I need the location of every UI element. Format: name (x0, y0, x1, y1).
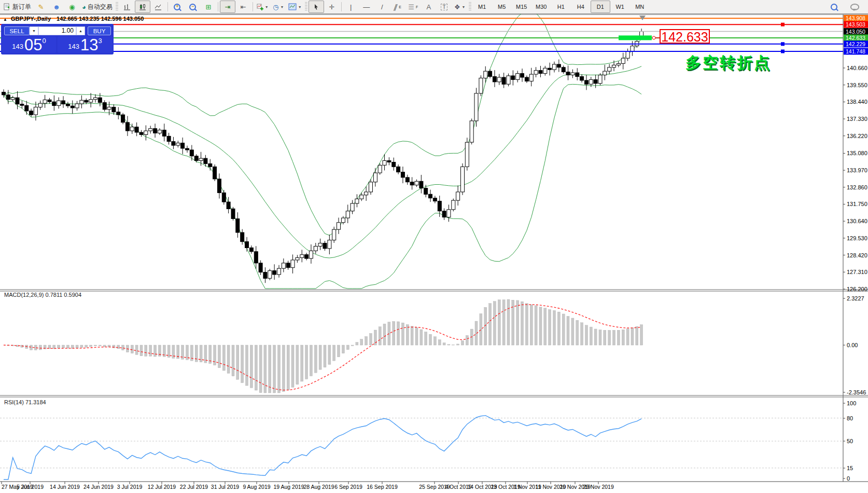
trendline-button[interactable]: / (374, 1, 390, 13)
fibonacci-button[interactable]: ☰F (405, 1, 421, 13)
chart-canvas[interactable]: 140.660139.550138.440137.330136.220135.0… (0, 0, 868, 493)
buy-price[interactable]: 143 13 3 (58, 36, 113, 53)
periods-button[interactable]: ◷ ▼ (271, 1, 286, 13)
chevron-down-icon: ▼ (462, 5, 466, 9)
crayon-icon: ✎ (38, 4, 44, 10)
tab-timeframe-D1[interactable]: D1 (591, 1, 610, 13)
svg-text:19 Aug 2019: 19 Aug 2019 (274, 484, 304, 490)
tab-timeframe-M5[interactable]: M5 (492, 1, 512, 13)
toolbar-separator (253, 2, 253, 11)
volume-increase-button[interactable]: ▲ (76, 26, 85, 35)
svg-text:22 Jul 2019: 22 Jul 2019 (180, 484, 208, 490)
buy-button[interactable]: BUY (88, 26, 111, 35)
toolbar-separator (167, 2, 168, 11)
tab-timeframe-H1[interactable]: H1 (551, 1, 571, 13)
indicators-button[interactable]: ▼ (255, 1, 271, 13)
svg-text:12 Jul 2019: 12 Jul 2019 (148, 484, 176, 490)
svg-text:-2.3546: -2.3546 (847, 389, 866, 395)
svg-text:14 Jun 2019: 14 Jun 2019 (50, 484, 80, 490)
tab-timeframe-MN[interactable]: MN (630, 1, 650, 13)
chart-title: GBPJPY-,Daily (11, 16, 51, 22)
sell-price-sup: 0 (42, 37, 46, 45)
svg-text:126.200: 126.200 (847, 286, 867, 292)
svg-text:127.310: 127.310 (847, 269, 867, 275)
svg-text:128.420: 128.420 (847, 252, 867, 258)
sell-price-big: 143 (12, 43, 23, 50)
auto-trading-icon: ◕ (82, 4, 86, 10)
tab-timeframe-H4[interactable]: H4 (571, 1, 591, 13)
buy-price-big: 143 (68, 43, 79, 50)
svg-text:5 Jun 2019: 5 Jun 2019 (17, 484, 44, 490)
svg-text:129.530: 129.530 (847, 235, 867, 241)
new-order-button[interactable]: 新订单 (2, 1, 33, 13)
text-label-button[interactable]: T (437, 1, 452, 13)
svg-text:6 Sep 2019: 6 Sep 2019 (334, 484, 362, 490)
chart-shift-button[interactable]: ⇤ (235, 1, 251, 13)
buy-price-sup: 3 (98, 37, 102, 45)
collapse-icon[interactable]: ▲ (3, 17, 7, 22)
svg-text:130.640: 130.640 (847, 218, 867, 224)
horizontal-line-button[interactable]: — (359, 1, 374, 13)
signals-icon: ◉ (69, 4, 75, 10)
sell-price-main: 05 (24, 38, 42, 52)
search-button[interactable] (826, 1, 842, 13)
svg-text:136.220: 136.220 (847, 133, 867, 139)
one-click-trading-panel: SELL ▼ 1.00 ▲ BUY 143 05 0 143 13 3 (1, 24, 114, 54)
tile-windows-button[interactable]: ⊞ (201, 1, 216, 13)
bar-chart-button[interactable] (119, 1, 135, 13)
templates-button[interactable]: ▼ (286, 1, 304, 13)
svg-text:143.503: 143.503 (846, 21, 865, 28)
chat-icon (850, 4, 859, 10)
zoom-in-icon: + (174, 4, 180, 10)
auto-trading-button[interactable]: ◕ 自动交易 (80, 1, 115, 13)
volume-decrease-button[interactable]: ▼ (30, 26, 38, 35)
vertical-line-button[interactable]: | (343, 1, 359, 13)
arrows-button[interactable]: ❖▼ (452, 1, 468, 13)
svg-text:132.860: 132.860 (847, 184, 867, 190)
svg-text:29 Nov 2019: 29 Nov 2019 (583, 484, 614, 490)
crosshair-button[interactable]: ✛ (324, 1, 340, 13)
auto-trading-label: 自动交易 (88, 3, 113, 11)
tab-timeframe-M30[interactable]: M30 (531, 1, 551, 13)
tab-timeframe-M1[interactable]: M1 (472, 1, 492, 13)
volume-input[interactable]: 1.00 (38, 26, 76, 35)
price-callout-label[interactable]: 142.633 (660, 29, 710, 44)
zoom-out-button[interactable]: − (185, 1, 201, 13)
indicators-icon (257, 4, 263, 10)
tab-timeframe-W1[interactable]: W1 (610, 1, 630, 13)
macd-label: MACD(12,26,9) 0.7811 0.5904 (4, 292, 81, 298)
tab-timeframe-M15[interactable]: M15 (512, 1, 531, 13)
svg-text:50: 50 (847, 438, 853, 444)
chat-button[interactable] (847, 1, 862, 13)
chinese-annotation[interactable]: 多空转折点 (685, 52, 771, 74)
candlestick-chart-icon (139, 4, 146, 10)
trendline-icon: / (381, 4, 383, 10)
svg-text:143.908: 143.908 (846, 15, 865, 21)
text-button[interactable]: A (421, 1, 437, 13)
sell-button[interactable]: SELL (4, 26, 30, 35)
crosshair-icon: ✛ (329, 4, 334, 10)
auto-scroll-button[interactable]: ⇥ (220, 1, 235, 13)
candlestick-chart-button[interactable] (135, 1, 150, 13)
toolbar-grip (116, 2, 118, 11)
zoom-in-button[interactable]: + (170, 1, 185, 13)
line-chart-button[interactable] (150, 1, 166, 13)
market-button[interactable]: ☻ (49, 1, 64, 13)
cursor-button[interactable] (309, 1, 324, 13)
svg-text:28 Aug 2019: 28 Aug 2019 (304, 484, 334, 490)
svg-text:138.440: 138.440 (847, 99, 867, 105)
sell-price[interactable]: 143 05 0 (2, 36, 56, 53)
line-chart-icon (155, 4, 162, 10)
channel-button[interactable]: ∥E (390, 1, 405, 13)
sell-button-label: SELL (9, 28, 24, 34)
search-icon (831, 4, 837, 10)
arrows-icon: ❖ (454, 4, 460, 10)
svg-text:0.00: 0.00 (847, 342, 858, 348)
signals-button[interactable]: ◉ (64, 1, 80, 13)
styler-button[interactable]: ✎ (33, 1, 49, 13)
svg-text:9 Aug 2019: 9 Aug 2019 (243, 484, 270, 490)
svg-text:80: 80 (847, 415, 853, 421)
toolbar-separator (218, 2, 218, 11)
triangle-up-icon: ▲ (79, 29, 82, 33)
svg-text:135.080: 135.080 (847, 150, 867, 156)
